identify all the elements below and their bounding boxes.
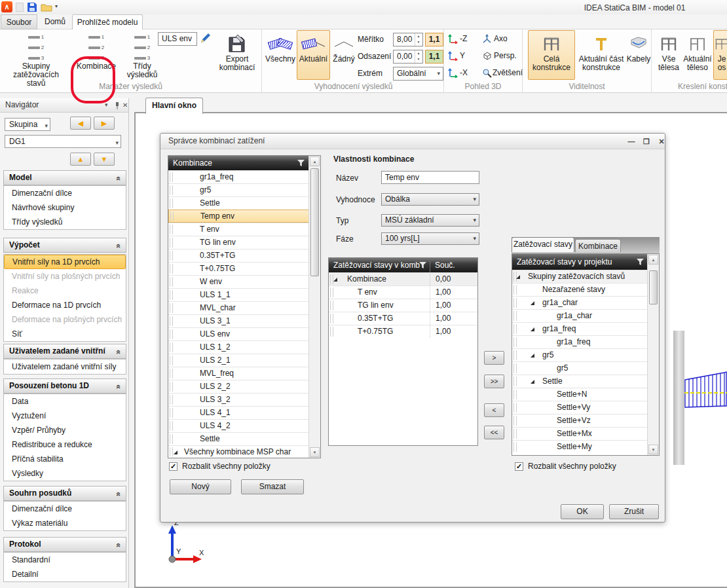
combination-list-item[interactable]: ULS env — [168, 327, 310, 340]
ok-button[interactable]: OK — [561, 504, 604, 519]
nav-item-vykaz-materialu[interactable]: Výkaz materiálu — [4, 516, 126, 530]
combination-list-item[interactable]: W env — [168, 275, 310, 288]
expand-triangle-icon[interactable] — [174, 450, 177, 454]
project-tree-row[interactable]: Nezařazené stavy — [512, 283, 648, 296]
next-arrow-button[interactable]: ▶ — [94, 117, 115, 130]
tab-hlavni-okno[interactable]: Hlavní okno — [145, 98, 203, 114]
faze-dropdown[interactable]: 100 yrs[L]▾ — [381, 232, 479, 245]
combo-content-row[interactable]: T env1,00 — [329, 285, 477, 299]
project-table-header[interactable]: Zatěžovací stavy v projektu — [512, 254, 648, 270]
view-y-button[interactable]: Y — [460, 49, 465, 62]
new-button[interactable]: Nový — [170, 479, 231, 494]
scrollbar-thumb[interactable] — [649, 270, 658, 304]
down-arrow-button[interactable]: ▼ — [94, 153, 115, 166]
combination-list-item[interactable]: 0.35T+TG — [168, 249, 310, 262]
nav-item-deformace-1d[interactable]: Deformace na 1D prvcích — [4, 298, 126, 312]
nav-item-standardni[interactable]: Standardní — [4, 553, 126, 567]
spinner-arrows-icon[interactable]: ▲▼ — [415, 33, 422, 46]
save-icon[interactable] — [27, 1, 37, 12]
project-tree-row[interactable]: Settle+Vz — [512, 414, 648, 427]
odsazeni-scale-button[interactable]: 1,1 — [425, 50, 443, 64]
scroll-up-icon[interactable]: ▲ — [648, 255, 658, 265]
nav-item-navrhove-skupiny[interactable]: Návrhové skupiny — [4, 200, 126, 215]
dialog-titlebar[interactable]: Správce kombinací zatížení — ❐ ✕ — [160, 134, 665, 149]
skupiny-zatezovacich-stavu-button[interactable]: Skupiny zatěžovacích stavů — [3, 30, 69, 80]
tab-kombinace[interactable]: Kombinace — [575, 239, 621, 252]
tridy-vysledku-button[interactable]: Třídy výsledků — [123, 30, 161, 80]
prev-arrow-button[interactable]: ◀ — [70, 117, 91, 130]
combo-content-row[interactable]: T+0.75TG1,00 — [329, 325, 477, 338]
meritko-spinner[interactable]: 8,00▲▼ — [393, 33, 423, 46]
combination-list-item[interactable]: ULS 3_2 — [168, 393, 310, 406]
combination-list-item[interactable]: ULS 4_2 — [168, 419, 310, 432]
combination-list-item[interactable]: MVL_freq — [168, 367, 310, 380]
expand-triangle-icon[interactable] — [531, 301, 534, 305]
section-header-protokol[interactable]: Protokol« — [3, 537, 126, 552]
jen-osy-button[interactable]: Je os — [713, 30, 727, 80]
combo-content-coef-header[interactable]: Souč. — [430, 258, 477, 272]
nav-item-pricna-stabilita[interactable]: Příčná stabilita — [4, 452, 126, 466]
aktualni-teleso-button[interactable]: Aktuální těleso — [683, 30, 712, 80]
combination-list-item[interactable]: gr5 — [168, 183, 310, 196]
nav-item-tridy-vysledku[interactable]: Třídy výsledků — [4, 215, 126, 229]
nav-item-vyztuzeni[interactable]: Vyztužení — [4, 409, 126, 423]
section-header-souhrn-posudku[interactable]: Souhrn posudků« — [3, 486, 126, 501]
transfer-remove-all-button[interactable]: << — [484, 426, 504, 439]
project-tree-row[interactable]: Settle+N — [512, 388, 648, 401]
combo-content-name-header[interactable]: Zatěžovací stavy v komb — [329, 258, 430, 272]
scroll-up-icon[interactable]: ▲ — [310, 156, 320, 166]
minimize-icon[interactable]: — — [625, 138, 637, 146]
project-tree-row[interactable]: gr1a_freq — [512, 322, 648, 335]
combination-list-item[interactable]: gr1a_freq — [168, 170, 310, 183]
aktualni-button[interactable]: Aktuální — [297, 30, 330, 80]
combination-list-item[interactable]: ULS 1_2 — [168, 340, 310, 354]
nav-item-vysledky[interactable]: Výsledky — [4, 466, 126, 481]
combination-list-item[interactable]: T+0.75TG — [168, 262, 310, 275]
cela-konstrukce-button[interactable]: Celá konstrukce — [528, 30, 575, 80]
filter-icon[interactable] — [637, 259, 644, 265]
view-minus-z-button[interactable]: -Z — [460, 32, 467, 45]
project-tree-row[interactable]: gr1a_freq — [512, 335, 648, 348]
odsazeni-spinner[interactable]: 0,00▲▼ — [393, 50, 423, 64]
spinner-arrows-icon[interactable]: ▲▼ — [415, 50, 422, 63]
nav-item-detailni[interactable]: Detailní — [4, 567, 126, 581]
transfer-add-button[interactable]: > — [484, 351, 504, 365]
section-header-vypocet[interactable]: Výpočet« — [3, 238, 126, 253]
project-tree-row[interactable]: gr5 — [512, 348, 648, 361]
nav-item-data[interactable]: Data — [4, 394, 126, 409]
transfer-remove-button[interactable]: < — [484, 403, 504, 417]
expand-triangle-icon[interactable] — [516, 275, 520, 279]
result-class-box[interactable]: ULS env — [158, 32, 197, 46]
combination-list-item[interactable]: ULS 1_1 — [168, 288, 310, 301]
project-tree-row[interactable]: gr5 — [512, 361, 648, 375]
expand-all-left-checkbox[interactable] — [169, 462, 177, 471]
open-folder-icon[interactable] — [41, 3, 52, 12]
project-tree-row[interactable]: Settle+My — [512, 440, 648, 453]
combination-list-item[interactable]: TG lin env — [168, 236, 310, 249]
filter-icon[interactable] — [297, 160, 305, 166]
expand-triangle-icon[interactable] — [333, 278, 337, 282]
aktualni-cast-konstrukce-button[interactable]: Aktuální část konstrukce — [576, 30, 626, 80]
nav-item-redistribuce[interactable]: Redistribuce a redukce — [4, 437, 126, 452]
combination-list-item[interactable]: MVL_char — [168, 301, 310, 314]
new-file-icon[interactable] — [16, 3, 24, 12]
combination-list-item-selected[interactable]: Temp env — [168, 210, 310, 223]
up-arrow-button[interactable]: ▲ — [70, 153, 91, 166]
vsechny-button[interactable]: Všechny — [265, 30, 296, 80]
export-kombinaci-button[interactable]: Export kombinací — [214, 30, 261, 80]
project-table-scrollbar[interactable]: ▲ ▼ — [647, 254, 659, 455]
combo-content-group-row[interactable]: Kombinace0,00 — [329, 272, 477, 285]
meritko-scale-button[interactable]: 1,1 — [425, 33, 443, 46]
pin-icon[interactable] — [114, 101, 121, 110]
expand-triangle-icon[interactable] — [531, 327, 534, 331]
combination-list-item[interactable]: T env — [168, 223, 310, 236]
view-minus-x-button[interactable]: -X — [460, 66, 468, 79]
nav-item-sit[interactable]: Síť — [4, 327, 126, 341]
project-tree-row[interactable]: Settle — [512, 375, 648, 388]
combination-list-item[interactable]: ULS 3_1 — [168, 314, 310, 327]
nav-item-dimenzacni-dilce-souhrn[interactable]: Dimenzační dílce — [4, 502, 126, 516]
project-tree-row[interactable]: Settle+Mx — [512, 427, 648, 440]
axo-button[interactable]: Axo — [494, 32, 508, 45]
vse-telesa-button[interactable]: Vše tělesa — [656, 30, 682, 80]
project-tree-row[interactable]: gr1a_char — [512, 296, 648, 309]
